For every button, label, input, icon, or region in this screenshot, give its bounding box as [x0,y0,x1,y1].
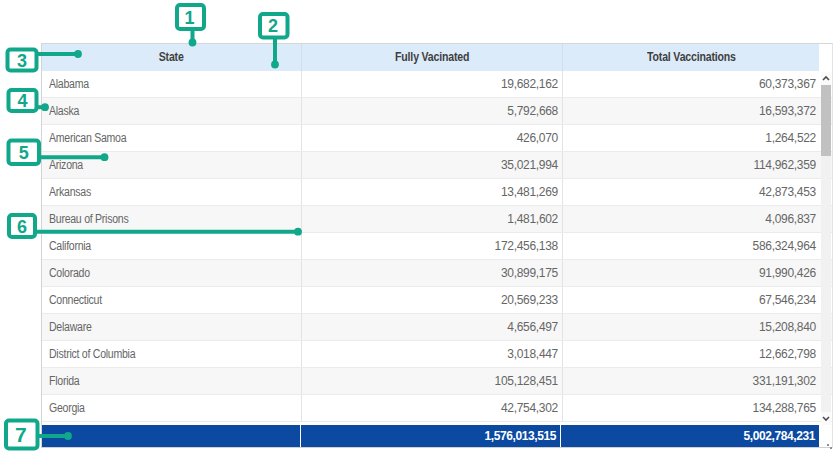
svg-text:7: 7 [15,423,27,446]
svg-text:4: 4 [17,91,27,111]
svg-text:5: 5 [19,143,29,163]
svg-text:2: 2 [268,16,278,36]
svg-text:6: 6 [17,217,27,237]
svg-text:1: 1 [184,8,194,28]
svg-text:3: 3 [17,51,27,71]
